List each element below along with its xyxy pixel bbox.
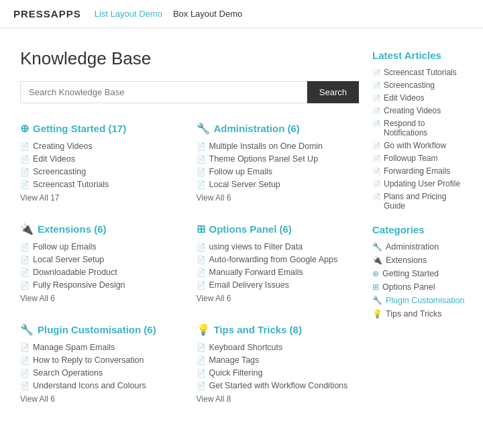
category-block-options-panel: ⊞Options Panel (6)📄using views to Filter… xyxy=(197,223,360,303)
sidebar-article-link[interactable]: Creating Videos xyxy=(384,106,441,115)
sidebar-article-item[interactable]: 📄Forwarding Emails xyxy=(372,166,470,176)
sidebar-article-item[interactable]: 📄Go with Workflow xyxy=(372,141,470,150)
list-item[interactable]: 📄Manage Tags xyxy=(197,355,360,365)
list-item[interactable]: 📄Multiple Installs on One Domin xyxy=(197,142,360,151)
sidebar-doc-icon: 📄 xyxy=(372,82,380,89)
sidebar-cat-label: Getting Started xyxy=(382,269,439,278)
list-item[interactable]: 📄Follow up Emails xyxy=(197,167,360,176)
category-title-options-panel[interactable]: ⊞Options Panel (6) xyxy=(197,223,360,235)
list-item[interactable]: 📄Get Started with Workflow Conditions xyxy=(197,381,360,390)
sidebar-article-link[interactable]: Screencasting xyxy=(384,80,435,90)
cat-label-administration: Administration (6) xyxy=(214,123,300,134)
doc-icon: 📄 xyxy=(197,243,206,251)
category-title-administration[interactable]: 🔧Administration (6) xyxy=(197,122,360,135)
list-item[interactable]: 📄Email Delivery Issues xyxy=(197,280,360,290)
sidebar-category-item[interactable]: 🔌Extensions xyxy=(372,256,470,265)
list-item[interactable]: 📄Screencast Tutorials xyxy=(20,180,183,189)
sidebar-article-item[interactable]: 📄Respond to Notifications xyxy=(372,119,470,137)
sidebar: Latest Articles 📄Screencast Tutorials📄Sc… xyxy=(359,48,470,417)
sidebar-article-link[interactable]: Edit Videos xyxy=(384,93,425,103)
list-item-label: Multiple Installs on One Domin xyxy=(209,142,323,151)
sidebar-article-item[interactable]: 📄Plans and Pricing Guide xyxy=(372,192,470,211)
view-all-extensions[interactable]: View All 6 xyxy=(20,294,183,303)
sidebar-category-item[interactable]: 🔧Administration xyxy=(372,242,470,251)
doc-icon: 📄 xyxy=(20,343,30,352)
search-input[interactable] xyxy=(20,81,307,103)
sidebar-doc-icon: 📄 xyxy=(372,107,380,115)
list-item[interactable]: 📄Local Server Setup xyxy=(197,180,360,189)
view-all-tips-and-tricks[interactable]: View All 8 xyxy=(197,394,360,404)
list-item[interactable]: 📄Follow up Emails xyxy=(20,242,183,251)
sidebar-cat-icon: 💡 xyxy=(372,309,382,319)
cat-label-options-panel: Options Panel (6) xyxy=(209,223,292,235)
sidebar-article-link[interactable]: Screencast Tutorials xyxy=(384,68,457,77)
sidebar-article-item[interactable]: 📄Followup Team xyxy=(372,154,470,163)
list-item[interactable]: 📄How to Reply to Conversation xyxy=(20,355,183,365)
doc-icon: 📄 xyxy=(20,180,30,189)
doc-icon: 📄 xyxy=(20,155,30,164)
list-item-label: Theme Options Panel Set Up xyxy=(209,154,319,164)
list-item[interactable]: 📄Downloadable Product xyxy=(20,268,183,277)
list-item[interactable]: 📄using views to Filter Data xyxy=(197,242,360,251)
list-item-label: Downloadable Product xyxy=(33,268,117,277)
list-item-label: Local Server Setup xyxy=(209,180,280,189)
nav-link-list-layout[interactable]: List Layout Demo xyxy=(95,9,162,19)
sidebar-article-link[interactable]: Forwarding Emails xyxy=(384,166,450,176)
list-item[interactable]: 📄Keyboard Shortcuts xyxy=(197,343,360,352)
sidebar-cat-label: Administration xyxy=(386,242,439,251)
sidebar-cat-label: Options Panel xyxy=(382,282,435,292)
category-list-plugin-customisation: 📄Manage Spam Emails📄How to Reply to Conv… xyxy=(20,343,183,390)
category-title-tips-and-tricks[interactable]: 💡Tips and Tricks (8) xyxy=(197,323,360,336)
sidebar-article-item[interactable]: 📄Edit Videos xyxy=(372,93,470,103)
sidebar-category-item[interactable]: ⊕Getting Started xyxy=(372,269,470,278)
category-list-extensions: 📄Follow up Emails📄Local Server Setup📄Dow… xyxy=(20,242,183,290)
sidebar-cat-label: Extensions xyxy=(386,256,427,265)
sidebar-category-item[interactable]: ⊞Options Panel xyxy=(372,282,470,292)
sidebar-category-item[interactable]: 💡Tips and Tricks xyxy=(372,309,470,319)
category-title-extensions[interactable]: 🔌Extensions (6) xyxy=(20,223,183,235)
view-all-getting-started[interactable]: View All 17 xyxy=(20,193,183,203)
view-all-plugin-customisation[interactable]: View All 6 xyxy=(20,394,183,404)
list-item[interactable]: 📄Search Operations xyxy=(20,368,183,378)
list-item[interactable]: 📄Screencasting xyxy=(20,167,183,176)
sidebar-article-link[interactable]: Respond to Notifications xyxy=(384,119,470,137)
doc-icon: 📄 xyxy=(20,142,30,151)
sidebar-doc-icon: 📄 xyxy=(372,193,380,201)
list-item[interactable]: 📄Fully Responsive Design xyxy=(20,280,183,290)
list-item-label: Email Delivery Issues xyxy=(209,280,289,290)
search-button[interactable]: Search xyxy=(307,81,359,103)
list-item-label: Manually Forward Emails xyxy=(209,268,303,277)
list-item[interactable]: 📄Local Server Setup xyxy=(20,255,183,264)
list-item[interactable]: 📄Theme Options Panel Set Up xyxy=(197,154,360,164)
sidebar-cat-icon: 🔧 xyxy=(372,296,382,305)
sidebar-article-item[interactable]: 📄Screencasting xyxy=(372,80,470,90)
list-item[interactable]: 📄Manage Spam Emails xyxy=(20,343,183,352)
sidebar-category-item[interactable]: 🔧Plugin Customisation xyxy=(372,296,470,305)
sidebar-article-item[interactable]: 📄Screencast Tutorials xyxy=(372,68,470,77)
list-item-label: using views to Filter Data xyxy=(209,242,303,251)
cat-label-extensions: Extensions (6) xyxy=(38,223,107,235)
list-item[interactable]: 📄Creating Videos xyxy=(20,142,183,151)
category-block-administration: 🔧Administration (6)📄Multiple Installs on… xyxy=(197,122,360,203)
sidebar-article-item[interactable]: 📄Updating User Profile xyxy=(372,179,470,188)
list-item[interactable]: 📄Understand Icons and Colours xyxy=(20,381,183,390)
main-container: Knowledge Base Search ⊕Getting Started (… xyxy=(0,28,483,431)
list-item[interactable]: 📄Edit Videos xyxy=(20,154,183,164)
doc-icon: 📄 xyxy=(197,168,206,176)
list-item[interactable]: 📄Quick Filtering xyxy=(197,368,360,378)
sidebar-article-link[interactable]: Updating User Profile xyxy=(384,179,460,188)
list-item[interactable]: 📄Manually Forward Emails xyxy=(197,268,360,277)
view-all-administration[interactable]: View All 6 xyxy=(197,193,360,203)
sidebar-article-item[interactable]: 📄Creating Videos xyxy=(372,106,470,115)
sidebar-article-link[interactable]: Plans and Pricing Guide xyxy=(384,192,470,211)
sidebar-article-link[interactable]: Followup Team xyxy=(384,154,437,163)
nav-link-box-layout[interactable]: Box Layout Demo xyxy=(173,9,242,19)
list-item[interactable]: 📄Auto-forwarding from Google Apps xyxy=(197,255,360,264)
view-all-options-panel[interactable]: View All 6 xyxy=(197,294,360,303)
category-title-getting-started[interactable]: ⊕Getting Started (17) xyxy=(20,122,183,135)
category-block-extensions: 🔌Extensions (6)📄Follow up Emails📄Local S… xyxy=(20,223,183,303)
sidebar-article-link[interactable]: Go with Workflow xyxy=(384,141,446,150)
sidebar-doc-icon: 📄 xyxy=(372,142,380,150)
category-title-plugin-customisation[interactable]: 🔧Plugin Customisation (6) xyxy=(20,323,183,336)
doc-icon: 📄 xyxy=(20,256,30,264)
